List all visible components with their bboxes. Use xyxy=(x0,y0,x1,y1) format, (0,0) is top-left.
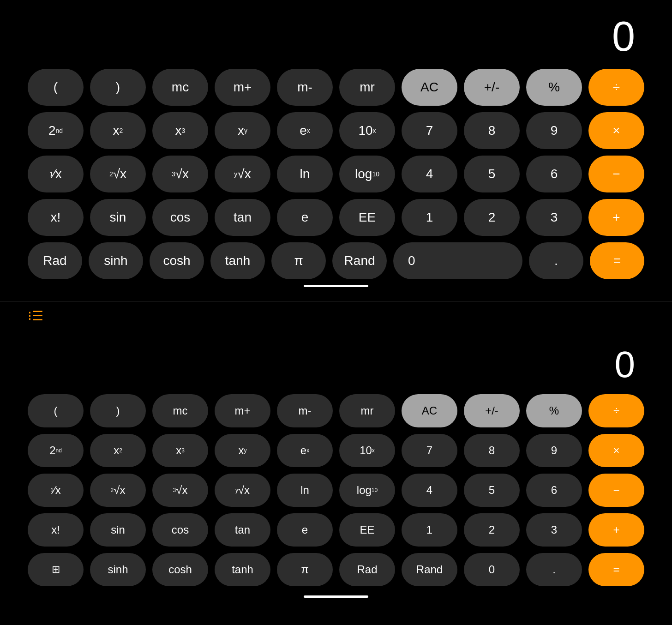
zero[interactable]: 0 xyxy=(393,242,522,279)
four-2[interactable]: 4 xyxy=(402,474,457,507)
equals-2[interactable]: = xyxy=(588,553,644,586)
percent-2[interactable]: % xyxy=(526,394,582,427)
multiply[interactable]: × xyxy=(588,112,644,149)
six[interactable]: 6 xyxy=(526,156,582,192)
pi-2[interactable]: π xyxy=(277,553,333,586)
divide-2[interactable]: ÷ xyxy=(588,394,644,427)
m-minus-2[interactable]: m- xyxy=(277,394,333,427)
e-to-x-2[interactable]: ex xyxy=(277,434,333,467)
one-2[interactable]: 1 xyxy=(402,513,457,547)
x-squared-2[interactable]: x2 xyxy=(90,434,146,467)
cube-root-x[interactable]: 3√x xyxy=(152,156,208,192)
mc[interactable]: mc xyxy=(152,69,208,106)
five-2[interactable]: 5 xyxy=(464,474,520,507)
open-paren[interactable]: ( xyxy=(28,69,84,106)
one-over-x[interactable]: 1⁄x xyxy=(28,156,84,192)
rad-2[interactable]: Rad xyxy=(339,553,395,586)
cube-root-x-2[interactable]: 3√x xyxy=(152,474,208,507)
subtract[interactable]: − xyxy=(588,156,644,192)
multiply-2[interactable]: × xyxy=(588,434,644,467)
seven-2[interactable]: 7 xyxy=(402,434,457,467)
x-to-y-2[interactable]: xy xyxy=(215,434,270,467)
sqrt-x[interactable]: 2√x xyxy=(90,156,146,192)
history-icon-row[interactable]: ⁝☰ xyxy=(0,301,672,331)
cos[interactable]: cos xyxy=(152,199,208,236)
decimal-2[interactable]: . xyxy=(526,553,582,586)
second-2[interactable]: 2nd xyxy=(28,434,84,467)
two-2[interactable]: 2 xyxy=(464,513,520,547)
ac-2[interactable]: AC xyxy=(402,394,457,427)
subtract-2[interactable]: − xyxy=(588,474,644,507)
ac[interactable]: AC xyxy=(402,69,457,106)
rand[interactable]: Rand xyxy=(332,242,387,279)
close-paren-2[interactable]: ) xyxy=(90,394,146,427)
nine[interactable]: 9 xyxy=(526,112,582,149)
sinh[interactable]: sinh xyxy=(89,242,143,279)
ln[interactable]: ln xyxy=(277,156,333,192)
calculator-icon-btn[interactable]: ⊞ xyxy=(28,553,84,586)
open-paren-2[interactable]: ( xyxy=(28,394,84,427)
add-2[interactable]: + xyxy=(588,513,644,547)
tanh[interactable]: tanh xyxy=(210,242,265,279)
ten-to-x[interactable]: 10x xyxy=(339,112,395,149)
mr[interactable]: mr xyxy=(339,69,395,106)
y-root-x[interactable]: y√x xyxy=(215,156,270,192)
sinh-2[interactable]: sinh xyxy=(90,553,146,586)
x-squared[interactable]: x2 xyxy=(90,112,146,149)
log10[interactable]: log10 xyxy=(339,156,395,192)
mr-2[interactable]: mr xyxy=(339,394,395,427)
sqrt-x-2[interactable]: 2√x xyxy=(90,474,146,507)
two[interactable]: 2 xyxy=(464,199,520,236)
y-root-x-2[interactable]: y√x xyxy=(215,474,270,507)
one[interactable]: 1 xyxy=(402,199,457,236)
ln-2[interactable]: ln xyxy=(277,474,333,507)
mc-2[interactable]: mc xyxy=(152,394,208,427)
second[interactable]: 2nd xyxy=(28,112,84,149)
six-2[interactable]: 6 xyxy=(526,474,582,507)
factorial[interactable]: x! xyxy=(28,199,84,236)
ee-2[interactable]: EE xyxy=(339,513,395,547)
factorial-2[interactable]: x! xyxy=(28,513,84,547)
tan[interactable]: tan xyxy=(215,199,270,236)
equals[interactable]: = xyxy=(590,242,644,279)
rand-2[interactable]: Rand xyxy=(402,553,457,586)
x-cubed[interactable]: x3 xyxy=(152,112,208,149)
plus-minus-2[interactable]: +/- xyxy=(464,394,520,427)
ten-to-x-2[interactable]: 10x xyxy=(339,434,395,467)
m-minus[interactable]: m- xyxy=(277,69,333,106)
eight-2[interactable]: 8 xyxy=(464,434,520,467)
eight[interactable]: 8 xyxy=(464,112,520,149)
cos-2[interactable]: cos xyxy=(152,513,208,547)
three[interactable]: 3 xyxy=(526,199,582,236)
x-to-y[interactable]: xy xyxy=(215,112,270,149)
m-plus[interactable]: m+ xyxy=(215,69,270,106)
rad[interactable]: Rad xyxy=(28,242,82,279)
log10-2[interactable]: log10 xyxy=(339,474,395,507)
add[interactable]: + xyxy=(588,199,644,236)
one-over-x-2[interactable]: 1⁄x xyxy=(28,474,84,507)
tanh-2[interactable]: tanh xyxy=(215,553,270,586)
zero-2[interactable]: 0 xyxy=(464,553,520,586)
plus-minus[interactable]: +/- xyxy=(464,69,520,106)
pi[interactable]: π xyxy=(271,242,326,279)
x-cubed-2[interactable]: x3 xyxy=(152,434,208,467)
cosh-2[interactable]: cosh xyxy=(152,553,208,586)
ee[interactable]: EE xyxy=(339,199,395,236)
close-paren[interactable]: ) xyxy=(90,69,146,106)
m-plus-2[interactable]: m+ xyxy=(215,394,270,427)
history-list-icon[interactable]: ⁝☰ xyxy=(28,309,43,323)
four[interactable]: 4 xyxy=(402,156,457,192)
sin[interactable]: sin xyxy=(90,199,146,236)
nine-2[interactable]: 9 xyxy=(526,434,582,467)
divide[interactable]: ÷ xyxy=(588,69,644,106)
sin-2[interactable]: sin xyxy=(90,513,146,547)
e-to-x[interactable]: ex xyxy=(277,112,333,149)
tan-2[interactable]: tan xyxy=(215,513,270,547)
five[interactable]: 5 xyxy=(464,156,520,192)
seven[interactable]: 7 xyxy=(402,112,457,149)
euler[interactable]: e xyxy=(277,199,333,236)
three-2[interactable]: 3 xyxy=(526,513,582,547)
euler-2[interactable]: e xyxy=(277,513,333,547)
cosh[interactable]: cosh xyxy=(150,242,204,279)
decimal[interactable]: . xyxy=(529,242,583,279)
